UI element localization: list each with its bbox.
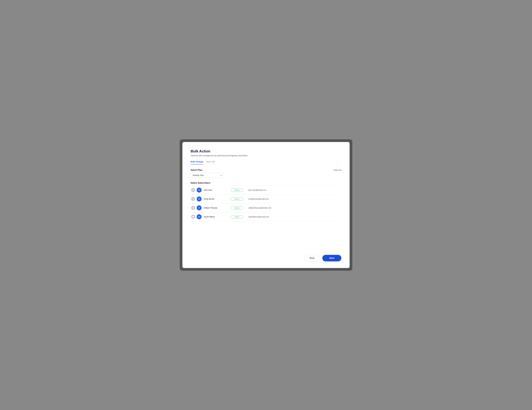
footer: Back Next bbox=[191, 249, 341, 261]
subscriber-checkbox[interactable] bbox=[192, 198, 194, 200]
page-title: Bulk Action bbox=[191, 149, 341, 153]
select-plan-label: Select Plan bbox=[191, 169, 202, 171]
subscriber-name: John Doe bbox=[204, 189, 228, 191]
table-row: KSDavid WilsonActivedavidwilson@email.co… bbox=[191, 212, 341, 221]
subscriber-email: williamthomas@email.com bbox=[248, 207, 271, 209]
tab-bulk-add[interactable]: Bulk Add bbox=[207, 160, 215, 165]
select-all-button[interactable]: Select All bbox=[333, 169, 341, 171]
tabs-container: Bulk Change Bulk Add bbox=[191, 160, 341, 165]
subscriber-email: emilybrown@email.com bbox=[248, 198, 269, 200]
avatar: JD bbox=[197, 205, 202, 210]
subscriber-name: William Thomas bbox=[204, 207, 228, 209]
avatar: KS bbox=[197, 214, 202, 219]
subscriber-checkbox[interactable] bbox=[192, 189, 194, 191]
status-badge: Active bbox=[231, 215, 243, 218]
table-row: JDJohn DoeActivejohn.doe@email.com bbox=[191, 186, 341, 195]
subscriber-email: davidwilson@email.com bbox=[248, 216, 269, 218]
outer-frame: Bulk Action Optimize plan management by … bbox=[180, 139, 352, 271]
table-row: KSEmily BrownActiveemilybrown@email.com bbox=[191, 195, 341, 204]
plan-section-header: Select Plan Select All bbox=[191, 169, 341, 171]
status-badge: Active bbox=[231, 197, 243, 201]
plan-dropdown-value: Monthly Plan bbox=[193, 174, 204, 176]
table-row: JDWilliam ThomasActivewilliamthomas@emai… bbox=[191, 204, 341, 212]
modal: Bulk Action Optimize plan management by … bbox=[182, 142, 350, 268]
plan-dropdown[interactable]: Monthly Plan ▾ bbox=[191, 173, 224, 178]
tab-bulk-change[interactable]: Bulk Change bbox=[191, 160, 203, 165]
status-badge: Active bbox=[231, 206, 243, 210]
subscriber-name: David Wilson bbox=[204, 216, 228, 218]
subscriber-name: Emily Brown bbox=[204, 198, 228, 200]
avatar: KS bbox=[197, 196, 202, 201]
page-subtitle: Optimize plan management by selecting an… bbox=[191, 154, 341, 157]
subscriber-checkbox[interactable] bbox=[192, 215, 194, 218]
avatar: JD bbox=[197, 188, 202, 193]
next-button[interactable]: Next bbox=[322, 255, 341, 261]
subscriber-list: JDJohn DoeActivejohn.doe@email.comKSEmil… bbox=[191, 186, 341, 221]
subscriber-checkbox[interactable] bbox=[192, 206, 194, 209]
status-badge: Active bbox=[231, 189, 243, 192]
back-button[interactable]: Back bbox=[304, 255, 320, 261]
subscribers-label: Select Subscribers bbox=[191, 182, 341, 184]
chevron-down-icon: ▾ bbox=[221, 174, 221, 176]
subscriber-email: john.doe@email.com bbox=[248, 189, 266, 191]
